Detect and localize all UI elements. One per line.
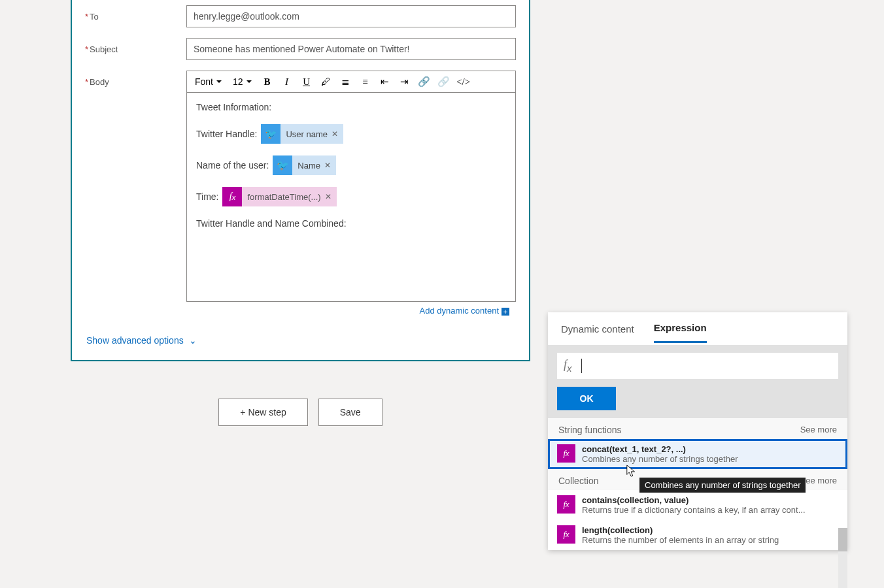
text-cursor [581,359,582,373]
font-size-select[interactable]: 12 [229,71,256,92]
rte-toolbar: Font 12 B I U 🖊 ≣ ≡ ⇤ ⇥ 🔗 🔗 </> [186,71,516,93]
fx-icon: fx [222,187,242,206]
fx-icon: fx [557,495,575,514]
chevron-down-icon: ⌄ [189,335,197,346]
twitter-icon: 🐦 [273,155,292,175]
to-input[interactable] [186,5,516,27]
function-length[interactable]: fx length(collection) Returns the number… [548,520,847,550]
fx-icon: fx [557,444,575,463]
tab-expression[interactable]: Expression [654,314,707,343]
indent-button[interactable]: ⇥ [396,73,413,90]
flow-actions: + New step Save [71,399,530,426]
code-view-button[interactable]: </> [455,73,472,90]
remove-icon[interactable]: ✕ [325,192,332,201]
section-title: String functions [558,425,622,435]
fx-icon: fx [564,358,572,374]
body-text: Name of the user: [196,160,269,171]
body-text: Tweet Information: [196,102,271,112]
scrollbar[interactable] [838,528,847,588]
bold-button[interactable]: B [259,73,276,90]
token-formatdatetime[interactable]: fx formatDateTime(...)✕ [222,187,336,206]
body-text: Twitter Handle: [196,129,257,139]
number-list-button[interactable]: ≡ [357,73,374,90]
subject-input[interactable] [186,38,516,60]
section-title: Collection [558,476,598,486]
font-select[interactable]: Font [191,71,226,92]
bullet-list-button[interactable]: ≣ [337,73,354,90]
see-more-link[interactable]: See more [800,425,837,435]
plus-icon: + [502,308,509,316]
new-step-button[interactable]: + New step [218,399,307,426]
body-text: Time: [196,191,218,202]
ok-button[interactable]: OK [557,387,616,410]
token-username[interactable]: 🐦 User name✕ [261,124,343,144]
body-text: Twitter Handle and Name Combined: [196,218,347,229]
link-button[interactable]: 🔗 [416,73,433,90]
unlink-button[interactable]: 🔗 [435,73,452,90]
tooltip: Combines any number of strings together [639,478,806,493]
tab-dynamic-content[interactable]: Dynamic content [561,316,634,342]
remove-icon[interactable]: ✕ [324,161,331,170]
underline-button[interactable]: U [298,73,315,90]
email-action-card: To Subject Body Font 12 B I U 🖊 ≣ ≡ ⇤ ⇥ … [71,0,530,361]
show-advanced-options[interactable]: Show advanced options⌄ [72,325,529,360]
function-concat[interactable]: fx concat(text_1, text_2?, ...) Combines… [548,439,847,469]
outdent-button[interactable]: ⇤ [377,73,394,90]
fx-icon: fx [557,525,575,544]
expression-input[interactable]: fx [557,353,838,379]
body-label: Body [85,71,186,87]
subject-label: Subject [85,38,186,54]
remove-icon[interactable]: ✕ [332,129,338,139]
font-color-button[interactable]: 🖊 [318,73,335,90]
token-name[interactable]: 🐦 Name✕ [273,155,336,175]
italic-button[interactable]: I [279,73,296,90]
body-editor: Font 12 B I U 🖊 ≣ ≡ ⇤ ⇥ 🔗 🔗 </> Tweet In… [186,71,516,319]
save-button[interactable]: Save [318,399,382,426]
twitter-icon: 🐦 [261,124,280,144]
dynamic-content-panel: Dynamic content Expression fx OK String … [548,312,847,550]
add-dynamic-content-link[interactable]: Add dynamic content+ [186,302,516,319]
body-content[interactable]: Tweet Information: Twitter Handle: 🐦 Use… [186,93,516,302]
to-label: To [85,5,186,22]
function-contains[interactable]: fx contains(collection, value) Returns t… [548,490,847,520]
